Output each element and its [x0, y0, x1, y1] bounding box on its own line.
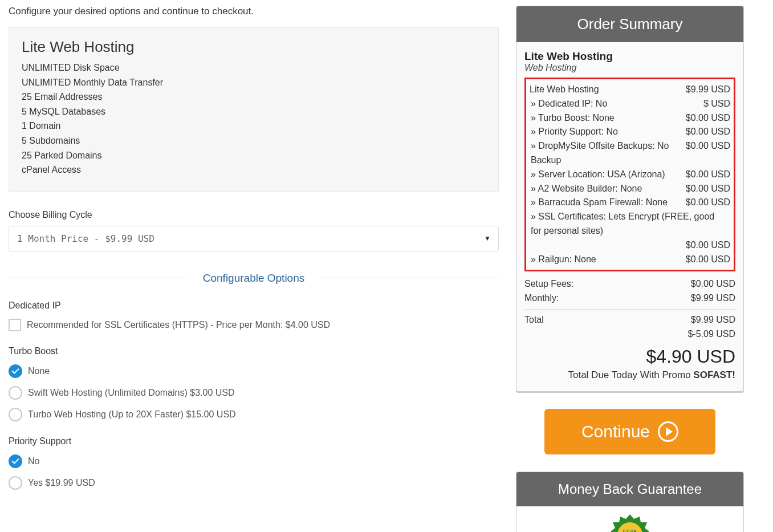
billing-cycle-select[interactable]: 1 Month Price - $9.99 USD — [9, 226, 499, 251]
turbo-boost-option-label: None — [28, 366, 50, 376]
product-feature: UNLIMITED Disk Space — [22, 60, 486, 75]
summary-promo-line: Total Due Today With Promo SOFAST! — [524, 369, 735, 381]
order-summary-card: Order Summary Lite Web Hosting Web Hosti… — [516, 6, 744, 392]
summary-line-label: Server Location: USA (Arizona) — [531, 168, 681, 182]
arrow-right-circle-icon — [658, 421, 678, 442]
priority-support-option-label: No — [28, 456, 39, 466]
summary-fee-price: $0.00 USD — [691, 277, 735, 291]
product-feature: cPanel Access — [22, 163, 486, 177]
product-feature: UNLIMITED Monthly Data Transfer — [22, 75, 486, 90]
product-feature: 5 Subdomains — [22, 133, 486, 148]
priority-support-radio[interactable] — [9, 476, 22, 490]
turbo-boost-radio[interactable] — [9, 386, 22, 400]
summary-discount: $-5.09 USD — [687, 327, 735, 342]
summary-line-price: $0.00 USD — [686, 253, 730, 267]
summary-line-price: $0.00 USD — [686, 196, 730, 210]
order-summary-title: Order Summary — [516, 6, 743, 42]
summary-line-price: $0.00 USD — [686, 111, 730, 125]
priority-support-label: Priority Support — [9, 436, 499, 446]
product-title: Lite Web Hosting — [22, 38, 486, 56]
page-subtitle: Configure your desired options and conti… — [9, 6, 499, 17]
continue-button[interactable]: Continue — [544, 409, 715, 454]
summary-lines-box: Lite Web Hosting $9.99 USD Dedicated IP:… — [524, 78, 735, 271]
priority-support-radio[interactable] — [9, 454, 22, 468]
summary-line-label — [531, 238, 681, 253]
summary-fee-price: $9.99 USD — [691, 291, 735, 306]
summary-total-label: Total — [524, 313, 686, 327]
product-feature: 5 MySQL Databases — [22, 104, 486, 119]
summary-product-category: Web Hosting — [524, 63, 735, 73]
summary-main-price: $9.99 USD — [686, 83, 730, 97]
product-feature: 25 Email Addresses — [22, 90, 486, 104]
summary-line-label: Railgun: None — [531, 253, 681, 267]
billing-label: Choose Billing Cycle — [9, 210, 499, 220]
summary-line-label: SSL Certificates: Lets Encrypt (FREE, go… — [531, 210, 726, 238]
turbo-boost-option-label: Swift Web Hosting (Unlimited Domains) $3… — [28, 388, 235, 398]
summary-product-name: Lite Web Hosting — [524, 50, 735, 63]
dedicated-ip-label: Dedicated IP — [9, 300, 499, 311]
continue-label: Continue — [581, 422, 650, 441]
summary-line-price: $0.00 USD — [686, 139, 730, 168]
priority-support-option-label: Yes $19.99 USD — [28, 478, 95, 488]
product-feature: 25 Parked Domains — [22, 148, 486, 163]
priority-support-group: Priority Support NoYes $19.99 USD — [9, 436, 499, 490]
guarantee-title: Money Back Guarantee — [516, 472, 743, 506]
summary-line-label: Dedicated IP: No — [531, 97, 699, 111]
guarantee-seal-icon: EY BA — [607, 512, 653, 532]
configurable-options-heading: Configurable Options — [188, 272, 320, 285]
turbo-boost-label: Turbo Boost — [9, 346, 499, 356]
summary-line-price: $0.00 USD — [686, 125, 730, 139]
dedicated-ip-checkbox[interactable] — [9, 319, 21, 331]
summary-line-label: DropMySite Offsite Backups: No Backup — [531, 139, 681, 168]
product-feature: 1 Domain — [22, 119, 486, 133]
turbo-boost-option-label: Turbo Web Hosting (Up to 20X Faster) $15… — [28, 409, 236, 420]
turbo-boost-radio[interactable] — [9, 408, 22, 421]
summary-line-label: A2 Website Builder: None — [531, 182, 681, 196]
summary-line-price: $0.00 USD — [686, 182, 730, 196]
summary-line-price: $0.00 USD — [686, 168, 730, 182]
summary-subtotal: $9.99 USD — [691, 313, 735, 327]
svg-text:EY BA: EY BA — [623, 529, 637, 532]
summary-line-price: $ USD — [703, 97, 730, 111]
summary-fee-label: Monthly: — [524, 291, 686, 306]
dedicated-ip-group: Dedicated IP Recommended for SSL Certifi… — [9, 300, 499, 331]
summary-line-price: $0.00 USD — [686, 238, 730, 253]
configurable-options-divider: Configurable Options — [9, 272, 499, 285]
product-box: Lite Web Hosting UNLIMITED Disk SpaceUNL… — [9, 27, 499, 192]
turbo-boost-group: Turbo Boost NoneSwift Web Hosting (Unlim… — [9, 346, 499, 421]
summary-main-label: Lite Web Hosting — [530, 83, 681, 97]
turbo-boost-radio[interactable] — [9, 364, 22, 378]
summary-fee-label: Setup Fees: — [524, 277, 686, 291]
dedicated-ip-option-label: Recommended for SSL Certificates (HTTPS)… — [27, 320, 330, 330]
summary-line-label: Priority Support: No — [531, 125, 681, 139]
summary-line-label: Barracuda Spam Firewall: None — [531, 196, 681, 210]
product-features: UNLIMITED Disk SpaceUNLIMITED Monthly Da… — [22, 60, 486, 177]
guarantee-card: Money Back Guarantee EY BA — [516, 472, 744, 532]
summary-grand-total: $4.90 USD — [524, 346, 735, 367]
summary-line-label: Turbo Boost: None — [531, 111, 681, 125]
